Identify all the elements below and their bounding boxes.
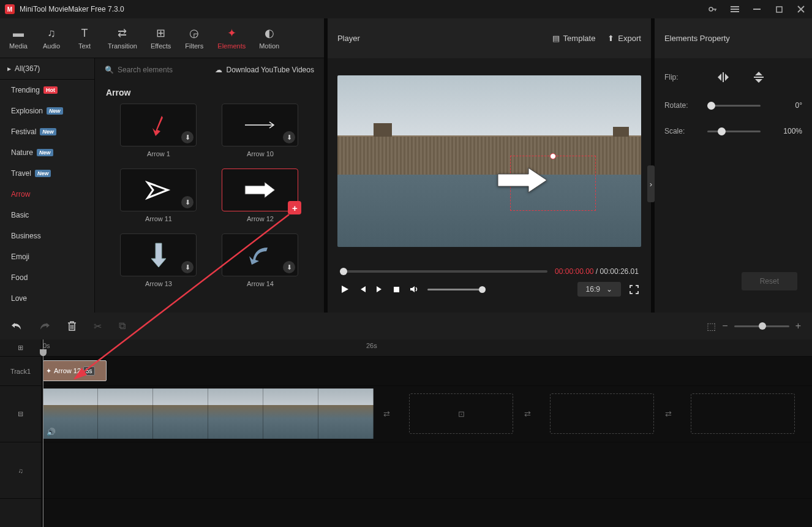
flip-label: Flip: [664,73,695,82]
svg-rect-1 [731,6,739,7]
collapse-handle[interactable]: › [647,165,655,202]
svg-rect-6 [394,287,399,292]
category-trending[interactable]: TrendingHot [0,80,94,100]
category-basic[interactable]: Basic [0,205,94,226]
element-arrow-10[interactable]: ⬇ Arrow 10 [215,104,306,157]
zoom-in-button[interactable]: + [795,320,801,332]
menu-icon[interactable] [729,3,741,15]
clip-duration: 5s [83,366,95,376]
aspect-ratio-select[interactable]: 16:9⌄ [577,282,621,297]
audio-track[interactable] [42,442,812,499]
transition-icon[interactable]: ⇄ [524,409,531,419]
fullscreen-button[interactable] [630,285,639,294]
tab-effects[interactable]: ⊞Effects [145,23,177,53]
prev-frame-button[interactable] [358,285,367,294]
element-arrow-14[interactable]: ⬇ Arrow 14 [215,233,306,287]
track-1-label: Track1 [0,357,41,386]
export-button[interactable]: ⬆Export [607,34,641,43]
rotate-slider[interactable] [707,105,761,107]
category-food[interactable]: Food [0,267,94,288]
category-sidebar: ▸All(367) TrendingHotExplosionNewFestiva… [0,58,95,313]
zoom-slider[interactable] [734,325,789,327]
audio-track-icon: ♫ [0,442,41,499]
volume-icon[interactable] [409,284,419,294]
minimize-icon[interactable] [751,3,763,15]
playhead[interactable] [43,339,43,527]
undo-button[interactable] [11,321,22,331]
tab-audio[interactable]: ♫Audio [36,23,67,53]
empty-slot[interactable] [550,393,654,434]
stop-button[interactable] [393,286,400,294]
tab-media[interactable]: ▬Media [2,23,34,53]
category-all[interactable]: ▸All(367) [0,58,94,80]
chevron-down-icon: ⌄ [606,285,612,294]
seek-slider[interactable] [340,270,547,273]
svg-rect-7 [723,72,724,82]
reset-button[interactable]: Reset [742,272,797,290]
transition-icon[interactable]: ⇄ [383,409,390,419]
element-arrow-1[interactable]: ⬇ Arrow 1 [113,104,204,157]
delete-button[interactable] [67,321,77,332]
download-icon[interactable]: ⬇ [283,261,295,273]
scale-slider[interactable] [707,131,761,132]
folder-icon: ▬ [13,27,24,40]
key-icon[interactable] [707,3,719,15]
element-arrow-12[interactable]: + Arrow 12 [215,169,306,222]
video-track[interactable]: 🔊 ⇄ ⊡ ⇄ ⇄ [42,386,812,442]
volume-slider[interactable] [427,289,486,290]
effects-icon: ⊞ [156,26,165,40]
preview-viewport[interactable] [328,58,651,264]
download-icon[interactable]: ⬇ [181,261,194,273]
arrow-element-overlay[interactable] [495,165,550,195]
properties-panel: Elements Property Flip: Rotate: 0° Scale… [655,18,812,313]
play-button[interactable] [340,284,350,294]
svg-rect-4 [753,9,761,10]
add-track-button[interactable]: ⊞ [0,339,41,357]
element-arrow-11[interactable]: ⬇ Arrow 11 [113,169,204,222]
download-videos-link[interactable]: ☁Download YouTube Videos [215,66,314,74]
category-business[interactable]: Business [0,226,94,246]
category-festival[interactable]: FestivalNew [0,121,94,142]
properties-title: Elements Property [655,18,812,58]
tab-motion[interactable]: ◐Motion [253,23,285,53]
tab-elements[interactable]: ✦Elements [211,23,252,53]
category-arrow[interactable]: Arrow [0,184,94,205]
category-nature[interactable]: NatureNew [0,142,94,163]
redo-button[interactable] [39,321,50,331]
template-button[interactable]: ▤Template [552,34,596,43]
music-icon: ♫ [47,27,56,40]
add-icon[interactable]: + [288,201,301,214]
element-arrow-13[interactable]: ⬇ Arrow 13 [113,233,204,287]
close-icon[interactable] [795,3,807,15]
fit-button[interactable]: ⬚ [707,320,716,332]
svg-point-0 [709,7,713,11]
split-button[interactable]: ✂ [94,320,102,332]
next-frame-button[interactable] [375,285,384,294]
elements-track[interactable]: ✦ Arrow 12 5s [42,357,812,386]
filters-icon: ◶ [189,26,199,40]
empty-slot[interactable]: ⊡ [409,393,513,434]
titlebar: M MiniTool MovieMaker Free 7.3.0 [0,0,812,18]
flip-vertical-button[interactable] [750,70,767,84]
flip-horizontal-button[interactable] [715,70,732,84]
template-icon: ▤ [552,34,560,43]
search-input[interactable]: 🔍Search elements [105,66,173,74]
category-love[interactable]: Love [0,288,94,309]
maximize-icon[interactable] [773,3,785,15]
video-clip[interactable]: 🔊 [43,389,374,439]
crop-button[interactable]: ⧉ [119,320,126,332]
clip-arrow-12[interactable]: ✦ Arrow 12 5s [43,360,107,381]
transition-icon[interactable]: ⇄ [665,409,672,419]
download-icon[interactable]: ⬇ [283,131,295,143]
zoom-out-button[interactable]: − [722,320,727,332]
download-icon[interactable]: ⬇ [181,196,194,208]
timeline-ruler[interactable]: 0s 26s [42,339,812,357]
category-travel[interactable]: TravelNew [0,163,94,184]
tab-text[interactable]: TText [69,23,100,53]
tab-filters[interactable]: ◶Filters [178,23,210,53]
download-icon[interactable]: ⬇ [181,131,194,143]
category-explosion[interactable]: ExplosionNew [0,100,94,121]
category-emoji[interactable]: Emoji [0,246,94,267]
tab-transition[interactable]: ⇄Transition [102,23,143,53]
empty-slot[interactable] [691,393,795,434]
